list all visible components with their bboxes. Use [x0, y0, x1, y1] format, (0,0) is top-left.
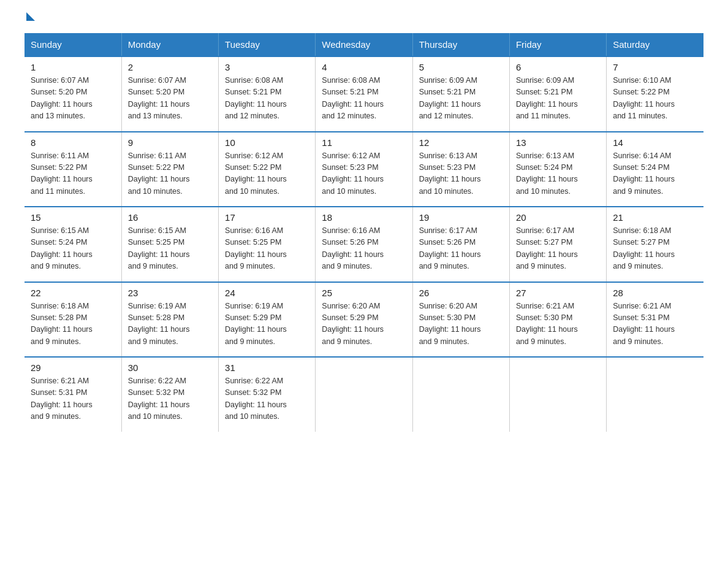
- day-info: Sunrise: 6:13 AM Sunset: 5:24 PM Dayligh…: [516, 150, 600, 198]
- calendar-cell: 23 Sunrise: 6:19 AM Sunset: 5:28 PM Dayl…: [121, 282, 218, 358]
- day-number: 20: [516, 212, 600, 223]
- day-info: Sunrise: 6:10 AM Sunset: 5:22 PM Dayligh…: [613, 75, 697, 123]
- day-number: 10: [225, 137, 309, 148]
- header-thursday: Thursday: [412, 33, 509, 56]
- day-number: 15: [31, 212, 115, 223]
- calendar-cell: [316, 357, 412, 432]
- day-info: Sunrise: 6:15 AM Sunset: 5:24 PM Dayligh…: [31, 225, 115, 273]
- day-number: 2: [128, 62, 212, 72]
- calendar-cell: 20 Sunrise: 6:17 AM Sunset: 5:27 PM Dayl…: [509, 207, 606, 282]
- day-info: Sunrise: 6:17 AM Sunset: 5:27 PM Dayligh…: [516, 225, 600, 273]
- day-number: 22: [31, 288, 115, 298]
- calendar-cell: 28 Sunrise: 6:21 AM Sunset: 5:31 PM Dayl…: [607, 282, 703, 358]
- day-info: Sunrise: 6:21 AM Sunset: 5:31 PM Dayligh…: [31, 375, 115, 423]
- day-number: 6: [516, 62, 600, 72]
- day-info: Sunrise: 6:18 AM Sunset: 5:28 PM Dayligh…: [31, 301, 115, 348]
- day-number: 25: [322, 288, 406, 298]
- day-info: Sunrise: 6:11 AM Sunset: 5:22 PM Dayligh…: [31, 150, 115, 198]
- day-number: 21: [613, 212, 697, 223]
- day-number: 13: [516, 137, 600, 148]
- calendar-cell: 29 Sunrise: 6:21 AM Sunset: 5:31 PM Dayl…: [25, 357, 121, 432]
- day-number: 1: [31, 62, 115, 72]
- calendar-cell: 16 Sunrise: 6:15 AM Sunset: 5:25 PM Dayl…: [121, 207, 218, 282]
- day-info: Sunrise: 6:20 AM Sunset: 5:30 PM Dayligh…: [419, 301, 503, 348]
- calendar-cell: 1 Sunrise: 6:07 AM Sunset: 5:20 PM Dayli…: [25, 56, 121, 132]
- day-number: 17: [225, 212, 309, 223]
- day-info: Sunrise: 6:08 AM Sunset: 5:21 PM Dayligh…: [322, 75, 406, 123]
- calendar-cell: 17 Sunrise: 6:16 AM Sunset: 5:25 PM Dayl…: [219, 207, 316, 282]
- day-number: 7: [613, 62, 697, 72]
- day-number: 27: [516, 288, 600, 298]
- day-info: Sunrise: 6:22 AM Sunset: 5:32 PM Dayligh…: [225, 375, 309, 423]
- calendar-week-3: 15 Sunrise: 6:15 AM Sunset: 5:24 PM Dayl…: [25, 207, 703, 282]
- day-info: Sunrise: 6:20 AM Sunset: 5:29 PM Dayligh…: [322, 301, 406, 348]
- calendar-cell: 18 Sunrise: 6:16 AM Sunset: 5:26 PM Dayl…: [316, 207, 412, 282]
- calendar-cell: 25 Sunrise: 6:20 AM Sunset: 5:29 PM Dayl…: [316, 282, 412, 358]
- day-number: 28: [613, 288, 697, 298]
- day-info: Sunrise: 6:08 AM Sunset: 5:21 PM Dayligh…: [225, 75, 309, 123]
- day-number: 9: [128, 137, 212, 148]
- day-info: Sunrise: 6:07 AM Sunset: 5:20 PM Dayligh…: [31, 75, 115, 123]
- calendar-cell: 8 Sunrise: 6:11 AM Sunset: 5:22 PM Dayli…: [25, 132, 121, 207]
- calendar-cell: 19 Sunrise: 6:17 AM Sunset: 5:26 PM Dayl…: [412, 207, 509, 282]
- calendar-cell: 26 Sunrise: 6:20 AM Sunset: 5:30 PM Dayl…: [412, 282, 509, 358]
- calendar-cell: 3 Sunrise: 6:08 AM Sunset: 5:21 PM Dayli…: [219, 56, 316, 132]
- day-number: 4: [322, 62, 406, 72]
- calendar-header-row: SundayMondayTuesdayWednesdayThursdayFrid…: [25, 33, 703, 56]
- calendar-cell: 2 Sunrise: 6:07 AM Sunset: 5:20 PM Dayli…: [121, 56, 218, 132]
- day-number: 30: [128, 362, 212, 373]
- day-number: 5: [419, 62, 503, 72]
- calendar-cell: 9 Sunrise: 6:11 AM Sunset: 5:22 PM Dayli…: [121, 132, 218, 207]
- day-number: 18: [322, 212, 406, 223]
- day-info: Sunrise: 6:22 AM Sunset: 5:32 PM Dayligh…: [128, 375, 212, 423]
- day-info: Sunrise: 6:12 AM Sunset: 5:22 PM Dayligh…: [225, 150, 309, 198]
- day-info: Sunrise: 6:16 AM Sunset: 5:26 PM Dayligh…: [322, 225, 406, 273]
- header-wednesday: Wednesday: [316, 33, 412, 56]
- day-number: 12: [419, 137, 503, 148]
- calendar-cell: 12 Sunrise: 6:13 AM Sunset: 5:23 PM Dayl…: [412, 132, 509, 207]
- day-number: 11: [322, 137, 406, 148]
- day-info: Sunrise: 6:19 AM Sunset: 5:28 PM Dayligh…: [128, 301, 212, 348]
- header-saturday: Saturday: [607, 33, 703, 56]
- day-info: Sunrise: 6:09 AM Sunset: 5:21 PM Dayligh…: [419, 75, 503, 123]
- calendar-cell: 15 Sunrise: 6:15 AM Sunset: 5:24 PM Dayl…: [25, 207, 121, 282]
- day-number: 29: [31, 362, 115, 373]
- calendar-week-2: 8 Sunrise: 6:11 AM Sunset: 5:22 PM Dayli…: [25, 132, 703, 207]
- page-header: [25, 18, 703, 21]
- day-info: Sunrise: 6:21 AM Sunset: 5:30 PM Dayligh…: [516, 301, 600, 348]
- day-info: Sunrise: 6:17 AM Sunset: 5:26 PM Dayligh…: [419, 225, 503, 273]
- day-number: 23: [128, 288, 212, 298]
- calendar-week-5: 29 Sunrise: 6:21 AM Sunset: 5:31 PM Dayl…: [25, 357, 703, 432]
- calendar-cell: 31 Sunrise: 6:22 AM Sunset: 5:32 PM Dayl…: [219, 357, 316, 432]
- calendar-cell: 14 Sunrise: 6:14 AM Sunset: 5:24 PM Dayl…: [607, 132, 703, 207]
- header-friday: Friday: [509, 33, 606, 56]
- day-info: Sunrise: 6:07 AM Sunset: 5:20 PM Dayligh…: [128, 75, 212, 123]
- calendar-cell: 24 Sunrise: 6:19 AM Sunset: 5:29 PM Dayl…: [219, 282, 316, 358]
- day-number: 31: [225, 362, 309, 373]
- day-number: 19: [419, 212, 503, 223]
- day-number: 24: [225, 288, 309, 298]
- calendar-cell: 4 Sunrise: 6:08 AM Sunset: 5:21 PM Dayli…: [316, 56, 412, 132]
- header-tuesday: Tuesday: [219, 33, 316, 56]
- day-number: 8: [31, 137, 115, 148]
- calendar-cell: 5 Sunrise: 6:09 AM Sunset: 5:21 PM Dayli…: [412, 56, 509, 132]
- calendar-cell: 22 Sunrise: 6:18 AM Sunset: 5:28 PM Dayl…: [25, 282, 121, 358]
- day-info: Sunrise: 6:19 AM Sunset: 5:29 PM Dayligh…: [225, 301, 309, 348]
- calendar-table: SundayMondayTuesdayWednesdayThursdayFrid…: [25, 33, 703, 432]
- day-info: Sunrise: 6:16 AM Sunset: 5:25 PM Dayligh…: [225, 225, 309, 273]
- calendar-cell: 11 Sunrise: 6:12 AM Sunset: 5:23 PM Dayl…: [316, 132, 412, 207]
- day-info: Sunrise: 6:12 AM Sunset: 5:23 PM Dayligh…: [322, 150, 406, 198]
- calendar-cell: 30 Sunrise: 6:22 AM Sunset: 5:32 PM Dayl…: [121, 357, 218, 432]
- calendar-cell: [509, 357, 606, 432]
- day-info: Sunrise: 6:11 AM Sunset: 5:22 PM Dayligh…: [128, 150, 212, 198]
- day-info: Sunrise: 6:14 AM Sunset: 5:24 PM Dayligh…: [613, 150, 697, 198]
- calendar-cell: 7 Sunrise: 6:10 AM Sunset: 5:22 PM Dayli…: [607, 56, 703, 132]
- day-info: Sunrise: 6:13 AM Sunset: 5:23 PM Dayligh…: [419, 150, 503, 198]
- header-monday: Monday: [121, 33, 218, 56]
- logo: [25, 18, 35, 21]
- calendar-cell: 6 Sunrise: 6:09 AM Sunset: 5:21 PM Dayli…: [509, 56, 606, 132]
- calendar-cell: 13 Sunrise: 6:13 AM Sunset: 5:24 PM Dayl…: [509, 132, 606, 207]
- day-number: 14: [613, 137, 697, 148]
- header-sunday: Sunday: [25, 33, 121, 56]
- day-number: 3: [225, 62, 309, 72]
